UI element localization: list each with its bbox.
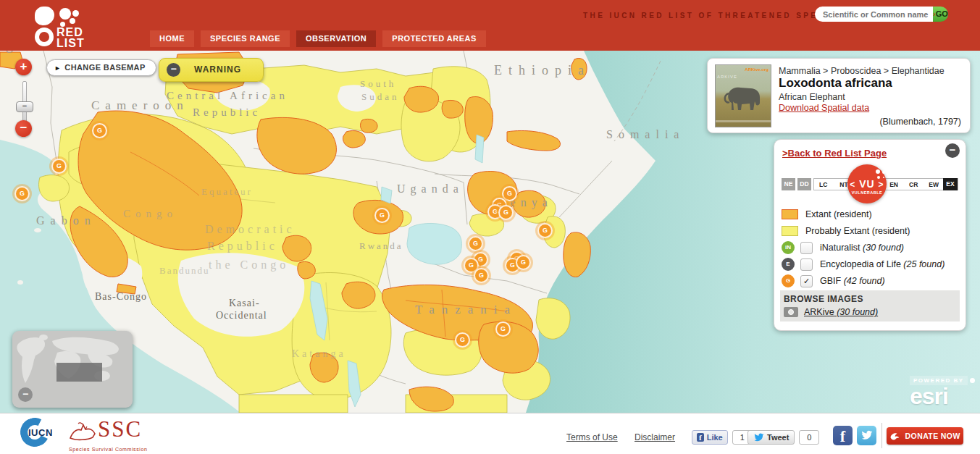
tweet-count: 0 xyxy=(799,430,819,445)
gbif-observation-marker[interactable]: G xyxy=(455,332,470,348)
status-dd: DD xyxy=(797,178,811,190)
gbif-observation-marker[interactable]: G xyxy=(468,236,483,251)
esri-logo: esri xyxy=(910,387,975,405)
status-selected-code: VU xyxy=(859,178,874,190)
download-spatial-data-link[interactable]: Download Spatial data xyxy=(779,103,869,113)
inaturalist-label: iNaturalist (30 found) xyxy=(820,243,904,253)
panel-collapse-button[interactable]: − xyxy=(945,143,960,158)
ssc-subtitle: Species Survival Commission xyxy=(69,447,147,452)
extant-resident-swatch xyxy=(782,209,798,219)
minimap-collapse-button[interactable]: − xyxy=(18,387,33,402)
twitter-icon[interactable] xyxy=(857,426,876,445)
status-nt: NT xyxy=(839,181,847,188)
twitter-bird-icon xyxy=(753,433,764,442)
arkive-brand-label: ARKive.org xyxy=(745,67,768,72)
species-photo[interactable]: ARKive.org ARKIVE xyxy=(715,64,771,127)
gbif-observation-marker[interactable]: G xyxy=(474,268,489,283)
redlist-mini-logo-icon xyxy=(876,169,880,174)
species-search: ›GO xyxy=(815,7,948,22)
species-info-card: ARKive.org ARKIVE Mammalia > Proboscidea… xyxy=(707,58,971,133)
tweet-widget[interactable]: Tweet 0 xyxy=(747,430,819,445)
camera-icon xyxy=(784,307,798,317)
gbif-observation-marker[interactable]: G xyxy=(51,159,67,174)
warning-collapse-icon[interactable]: − xyxy=(167,63,180,77)
gbif-observation-marker[interactable]: G xyxy=(495,321,511,337)
overview-minimap[interactable]: − xyxy=(12,331,133,408)
legend-list: Extant (resident)Probably Extant (reside… xyxy=(782,206,958,290)
iucn-logo[interactable]: IUCN xyxy=(20,418,55,451)
common-name: African Elephant xyxy=(779,92,845,102)
tab-species-range[interactable]: SPECIES RANGE xyxy=(201,30,290,47)
status-ex: EX xyxy=(943,178,958,190)
encyclopedia-of-life-label: Encyclopedia of Life (25 found) xyxy=(820,259,945,269)
arkive-found-count: (30 found) xyxy=(837,307,878,317)
logo-text-red: RED xyxy=(56,27,85,38)
status-next-arrow[interactable]: > xyxy=(879,180,884,190)
app-header: REDLIST HOMESPECIES RANGEOBSERVATIONPROT… xyxy=(0,0,980,51)
facebook-like-widget[interactable]: fLike 1 xyxy=(692,430,753,445)
redlist-logo[interactable]: REDLIST xyxy=(19,3,135,48)
esri-attribution: POWERED BY esri xyxy=(910,374,975,405)
facebook-icon[interactable]: f xyxy=(833,426,853,445)
tab-protected-areas[interactable]: PROTECTED AREAS xyxy=(382,30,486,47)
inaturalist-count: (30 found) xyxy=(863,243,904,253)
iucn-roundel-icon xyxy=(35,28,54,46)
status-cr: CR xyxy=(909,181,918,188)
iucn-map-viewer: NigeriaCameroonCentral AfricanRepublicSo… xyxy=(0,0,980,454)
zoom-slider-handle[interactable]: − xyxy=(16,101,33,112)
photo-credit-line xyxy=(716,120,771,122)
status-en: EN xyxy=(889,181,898,188)
encyclopedia-of-life-checkbox[interactable] xyxy=(800,258,813,271)
play-arrow-icon: ► xyxy=(54,64,61,72)
legend-row: iNiNaturalist (30 found) xyxy=(782,240,958,256)
terms-of-use-link[interactable]: Terms of Use xyxy=(566,432,618,442)
zoom-in-button[interactable]: + xyxy=(15,59,32,75)
warning-label: WARNING xyxy=(194,64,241,75)
inaturalist-checkbox[interactable] xyxy=(800,242,813,254)
warning-button[interactable]: − WARNING xyxy=(159,58,264,82)
status-prev-arrow[interactable]: < xyxy=(850,180,855,190)
gbif-observation-marker[interactable]: G xyxy=(92,123,107,138)
browse-images-section: BROWSE IMAGES ARKive (30 found) xyxy=(780,290,960,321)
logo-dot-icon xyxy=(72,10,79,17)
gbif-checkbox[interactable]: ✓ xyxy=(800,275,813,287)
gbif-icon: G xyxy=(782,274,795,287)
nav-tabs: HOMESPECIES RANGEOBSERVATIONPROTECTED AR… xyxy=(150,30,486,47)
gbif-observation-marker[interactable]: G xyxy=(498,205,514,220)
back-to-redlist-link[interactable]: >Back to Red List Page xyxy=(782,148,887,159)
logo-dot-icon xyxy=(59,8,71,20)
ssc-logo[interactable]: SSC Species Survival Commission xyxy=(67,418,205,453)
logo-text-list: LIST xyxy=(56,38,85,49)
arkive-watermark: ARKIVE xyxy=(717,75,737,79)
disclaimer-link[interactable]: Disclaimer xyxy=(635,432,675,442)
gbif-observation-marker[interactable]: G xyxy=(14,186,30,201)
status-ew: EW xyxy=(929,181,939,188)
gbif-label: GBIF (42 found) xyxy=(820,276,885,286)
search-go-button[interactable]: ›GO xyxy=(933,7,948,22)
scientific-name: Loxodonta africana xyxy=(779,76,892,91)
donate-bird-icon xyxy=(889,432,900,441)
browse-images-heading: BROWSE IMAGES xyxy=(784,294,863,304)
probably-extant-resident-label: Probably Extant (resident) xyxy=(805,226,910,236)
gbif-count: (42 found) xyxy=(844,276,885,286)
iucn-logo-text: IUCN xyxy=(28,427,53,438)
search-input[interactable] xyxy=(815,7,933,22)
gbif-observation-marker[interactable]: G xyxy=(374,208,390,223)
legend-panel: >Back to Red List Page − NEDDLCNTENCREWE… xyxy=(774,139,966,331)
ssc-logo-text: SSC xyxy=(98,416,142,442)
change-basemap-button[interactable]: ►CHANGE BASEMAP xyxy=(46,59,156,76)
ssc-goat-icon xyxy=(67,421,96,441)
status-ne: NE xyxy=(782,178,795,190)
tab-observation[interactable]: OBSERVATION xyxy=(296,30,376,47)
tab-home[interactable]: HOME xyxy=(150,30,194,47)
donate-now-button[interactable]: DONATE NOW xyxy=(887,427,963,445)
gbif-observation-marker[interactable]: G xyxy=(516,255,531,270)
legend-row: Probably Extant (resident) xyxy=(782,223,958,239)
taxonomy-breadcrumb: Mammalia > Proboscidea > Elephantidae xyxy=(779,66,945,76)
zoom-out-button[interactable]: − xyxy=(15,120,32,137)
status-selected-label: VULNERABLE xyxy=(847,190,887,195)
encyclopedia-of-life-icon: E xyxy=(782,258,795,271)
gbif-observation-marker[interactable]: G xyxy=(537,223,553,238)
arkive-images-link[interactable]: ARKive (30 found) xyxy=(804,307,878,317)
legend-row: G✓GBIF (42 found) xyxy=(782,273,958,289)
